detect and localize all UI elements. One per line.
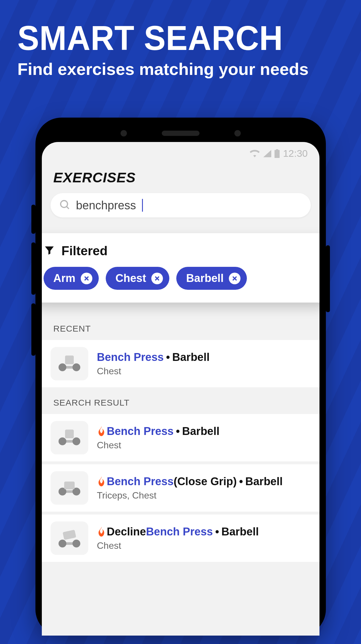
flame-icon: [97, 476, 106, 486]
close-icon[interactable]: [151, 273, 163, 284]
svg-rect-15: [65, 429, 74, 438]
chip-label: Chest: [116, 272, 146, 285]
svg-rect-11: [65, 355, 74, 364]
search-input[interactable]: benchpress: [51, 193, 311, 217]
exercise-thumbnail: [51, 421, 88, 454]
exercise-thumbnail: [51, 471, 88, 505]
exercise-text: Decline Bench Press • Barbell Chest: [97, 526, 259, 551]
flame-icon: [97, 426, 106, 436]
exercise-equipment: Barbell: [245, 475, 283, 488]
exercise-text: Bench Press•Barbell Chest: [97, 351, 210, 377]
text-cursor: [142, 199, 143, 212]
phone-side-button: [31, 303, 35, 356]
chip-label: Barbell: [186, 272, 224, 285]
search-value: benchpress: [76, 199, 136, 212]
exercise-equipment: Barbell: [172, 351, 210, 364]
flame-icon: [97, 527, 106, 537]
exercise-row[interactable]: Bench Press•Barbell Chest: [42, 340, 319, 390]
battery-icon: [274, 149, 280, 158]
svg-point-0: [60, 201, 67, 208]
exercise-thumbnail: [51, 347, 88, 380]
exercise-muscle: Chest: [97, 540, 259, 551]
svg-rect-19: [64, 481, 75, 489]
phone-notch: [42, 125, 319, 142]
phone-side-button: [31, 242, 35, 295]
filter-chip-chest[interactable]: Chest: [106, 267, 170, 290]
promo-subtitle: Find exercises matching your needs: [17, 59, 344, 79]
exercise-name-highlight: Bench Press: [107, 425, 174, 438]
exercise-name-highlight: Bench Press: [146, 526, 213, 538]
filter-card: Filtered Arm Chest Barbell: [42, 233, 319, 303]
status-bar: 12:30: [42, 142, 319, 161]
exercise-muscle: Chest: [97, 440, 220, 451]
exercise-equipment: Barbell: [182, 425, 220, 438]
filter-chip-barbell[interactable]: Barbell: [176, 267, 247, 290]
svg-point-14: [72, 437, 80, 445]
svg-line-1: [67, 206, 69, 209]
exercise-thumbnail: [51, 521, 88, 555]
svg-point-10: [72, 363, 80, 371]
svg-rect-23: [62, 530, 76, 540]
exercise-name-prefix: Decline: [107, 526, 146, 538]
promo-header: SMART SEARCH Find exercises matching you…: [0, 0, 361, 79]
exercise-text: Bench Press(Close Grip) • Barbell Tricep…: [97, 475, 283, 501]
exercise-muscle: Triceps, Chest: [97, 490, 283, 501]
results-area: RECENT Bench Press•Barbell Chest SEARCH …: [42, 316, 319, 565]
section-results-label: SEARCH RESULT: [42, 390, 319, 414]
page-title: EXERCISES: [42, 161, 319, 193]
svg-point-21: [58, 539, 66, 547]
exercise-row[interactable]: Bench Press(Close Grip) • Barbell Tricep…: [42, 464, 319, 515]
wifi-icon: [250, 150, 260, 157]
separator-dot: •: [166, 351, 170, 364]
status-time: 12:30: [283, 148, 308, 159]
filter-title: Filtered: [62, 244, 108, 258]
svg-point-9: [58, 363, 66, 371]
phone-side-button: [31, 205, 35, 234]
exercise-muscle: Chest: [97, 366, 210, 377]
filter-chip-arm[interactable]: Arm: [44, 267, 99, 290]
exercise-equipment: Barbell: [221, 526, 259, 538]
svg-point-22: [72, 539, 80, 547]
signal-icon: [263, 150, 271, 157]
close-icon[interactable]: [81, 273, 92, 284]
close-icon[interactable]: [229, 273, 240, 284]
exercise-text: Bench Press • Barbell Chest: [97, 425, 220, 451]
filter-icon: [44, 244, 55, 257]
exercise-row[interactable]: Decline Bench Press • Barbell Chest: [42, 515, 319, 565]
exercise-row[interactable]: Bench Press • Barbell Chest: [42, 414, 319, 464]
svg-point-13: [58, 437, 66, 445]
filter-chips: Arm Chest Barbell: [44, 267, 318, 290]
exercise-name-suffix: (Close Grip): [174, 475, 237, 488]
separator-dot: •: [215, 526, 219, 538]
section-recent-label: RECENT: [42, 316, 319, 340]
separator-dot: •: [176, 425, 180, 438]
phone-frame: 12:30 EXERCISES benchpress Filtered Arm: [35, 118, 326, 636]
separator-dot: •: [239, 475, 243, 488]
chip-label: Arm: [53, 272, 76, 285]
search-icon: [59, 199, 70, 211]
exercise-name-highlight: Bench Press: [107, 475, 174, 488]
phone-screen: 12:30 EXERCISES benchpress Filtered Arm: [42, 142, 319, 636]
phone-side-button: [326, 245, 330, 312]
exercise-name-highlight: Bench Press: [97, 351, 164, 364]
promo-title: SMART SEARCH: [17, 20, 327, 56]
